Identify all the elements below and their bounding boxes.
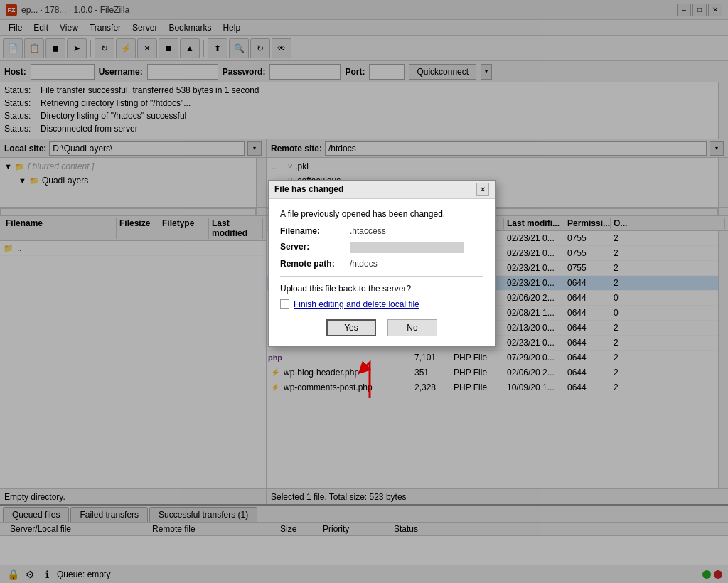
modal-description: A file previously opened has been change… xyxy=(280,209,483,219)
arrow-annotation xyxy=(348,348,391,407)
modal-divider xyxy=(280,276,483,277)
modal-filename-row: Filename: .htaccess xyxy=(280,226,483,236)
modal-yes-button[interactable]: Yes xyxy=(326,319,376,336)
modal-close-button[interactable]: ✕ xyxy=(476,183,489,196)
modal-filename-label: Filename: xyxy=(280,226,344,236)
modal-title: File has changed xyxy=(274,184,343,194)
modal-title-bar: File has changed ✕ xyxy=(269,181,495,199)
modal-filename-value: .htaccess xyxy=(350,226,386,236)
file-changed-modal: File has changed ✕ A file previously ope… xyxy=(268,180,496,347)
modal-checkbox-row: Finish editing and delete local file xyxy=(280,299,483,309)
modal-server-value xyxy=(350,242,464,253)
modal-checkbox[interactable] xyxy=(280,299,289,309)
modal-server-label: Server: xyxy=(280,242,344,253)
modal-buttons: Yes No xyxy=(280,319,483,336)
modal-overlay: File has changed ✕ A file previously ope… xyxy=(0,0,728,583)
modal-checkbox-label[interactable]: Finish editing and delete local file xyxy=(294,299,419,309)
modal-remote-path-label: Remote path: xyxy=(280,259,344,269)
modal-body: A file previously opened has been change… xyxy=(269,199,495,346)
modal-remote-path-row: Remote path: /htdocs xyxy=(280,259,483,269)
modal-no-button[interactable]: No xyxy=(387,319,437,336)
modal-remote-path-value: /htdocs xyxy=(350,259,378,269)
modal-server-row: Server: xyxy=(280,242,483,253)
modal-upload-question: Upload this file back to the server? xyxy=(280,284,483,294)
